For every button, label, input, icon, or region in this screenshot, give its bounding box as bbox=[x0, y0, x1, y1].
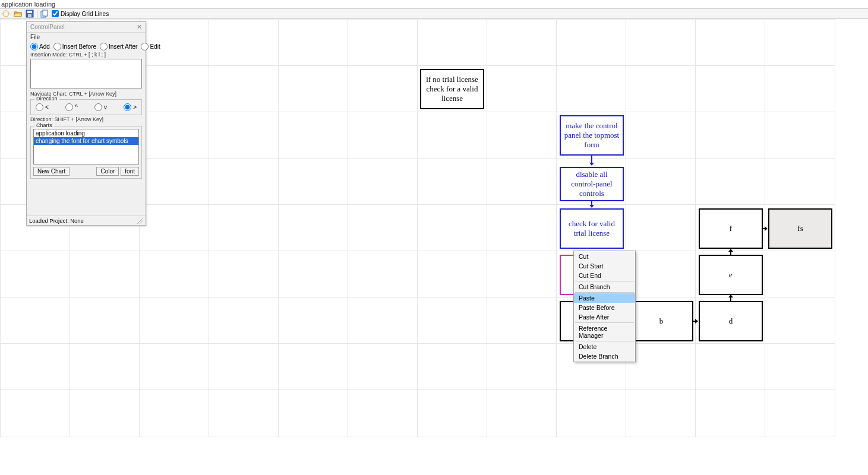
ctx-separator bbox=[575, 341, 634, 341]
control-panel-title: ControlPanel bbox=[30, 24, 65, 30]
radio-input[interactable] bbox=[30, 43, 38, 50]
context-menu: CutCut StartCut EndCut BranchPastePaste … bbox=[573, 251, 636, 362]
ctx-reference-manager[interactable]: Reference Manager bbox=[574, 324, 635, 340]
radio-input[interactable] bbox=[100, 43, 108, 50]
charts-list[interactable]: application loadingchanging the font for… bbox=[33, 129, 139, 164]
control-panel-window[interactable]: ControlPanel ✕ File Add Insert Before In… bbox=[26, 21, 146, 226]
control-panel-body: File Add Insert Before Insert After Edit… bbox=[27, 33, 146, 216]
charts-fieldset: Charts application loadingchanging the f… bbox=[30, 126, 142, 179]
copy-icon[interactable] bbox=[40, 9, 49, 18]
ctx-separator bbox=[575, 281, 634, 281]
node-check-trial[interactable]: check for valid trial license bbox=[560, 208, 624, 249]
grid-line bbox=[487, 19, 487, 437]
insert-mode-add[interactable]: Add bbox=[30, 43, 50, 50]
open-icon[interactable] bbox=[13, 9, 23, 18]
radio-input[interactable] bbox=[141, 43, 149, 50]
status-text: Loaded Project: None bbox=[29, 217, 84, 224]
grid-line bbox=[835, 19, 835, 437]
arrow bbox=[763, 228, 767, 229]
node-text-input[interactable] bbox=[30, 59, 142, 88]
svg-rect-5 bbox=[43, 10, 48, 16]
ctx-cut-branch[interactable]: Cut Branch bbox=[574, 282, 635, 292]
svg-rect-3 bbox=[28, 14, 31, 17]
insert-mode-insert-before[interactable]: Insert Before bbox=[53, 43, 96, 50]
node-trial-check-text[interactable]: if no trial license check for a valid li… bbox=[420, 69, 484, 109]
arrow bbox=[591, 201, 592, 207]
resize-grip-icon[interactable] bbox=[137, 218, 143, 224]
insert-mode-edit[interactable]: Edit bbox=[141, 43, 160, 50]
ctx-separator bbox=[575, 292, 634, 293]
window-title: application loading bbox=[0, 0, 868, 8]
grid-line bbox=[695, 19, 696, 437]
color-button[interactable]: Color bbox=[96, 167, 119, 176]
radio-input[interactable] bbox=[53, 43, 61, 50]
arrow bbox=[730, 295, 731, 301]
new-icon[interactable] bbox=[1, 9, 11, 18]
grid-line bbox=[209, 19, 209, 437]
ctx-cut-end[interactable]: Cut End bbox=[574, 271, 635, 280]
file-menu[interactable]: File bbox=[30, 34, 142, 40]
display-grid-checkbox[interactable]: Display Grid Lines bbox=[52, 10, 109, 17]
grid-line bbox=[626, 19, 626, 437]
ctx-cut-start[interactable]: Cut Start bbox=[574, 261, 635, 271]
ctx-delete-branch[interactable]: Delete Branch bbox=[574, 352, 635, 361]
direction-<[interactable]: < bbox=[36, 103, 49, 111]
insert-mode-insert-after[interactable]: Insert After bbox=[100, 43, 137, 50]
direction-hint: Direction: SHIFT + [Arrow Key] bbox=[30, 116, 142, 122]
direction-v[interactable]: v bbox=[94, 103, 107, 111]
svg-rect-2 bbox=[27, 11, 32, 13]
insertion-mode-hint: Insertion Mode: CTRL + [ ; k l ; ] bbox=[30, 52, 142, 58]
arrow bbox=[591, 156, 592, 165]
radio-input[interactable] bbox=[124, 103, 131, 111]
toolbar-separator bbox=[37, 10, 37, 18]
direction-fieldset: Direction < ^ v > bbox=[30, 99, 142, 115]
direction-^[interactable]: ^ bbox=[65, 103, 78, 111]
node-b[interactable]: b bbox=[629, 301, 693, 341]
grid-checkbox-label: Display Grid Lines bbox=[61, 11, 109, 17]
arrow bbox=[693, 321, 697, 322]
save-icon[interactable] bbox=[25, 9, 34, 18]
node-fs[interactable]: fs bbox=[768, 208, 832, 249]
control-panel-status: Loaded Project: None bbox=[27, 216, 146, 225]
node-f[interactable]: f bbox=[699, 208, 763, 249]
grid-checkbox-input[interactable] bbox=[52, 10, 59, 17]
direction->[interactable]: > bbox=[124, 103, 137, 111]
grid-line bbox=[348, 19, 348, 437]
font-button[interactable]: font bbox=[121, 167, 139, 176]
chart-list-item[interactable]: changing the font for chart symbols bbox=[34, 137, 138, 145]
ctx-paste-before[interactable]: Paste Before bbox=[574, 303, 635, 312]
grid-line bbox=[0, 19, 1, 437]
radio-input[interactable] bbox=[36, 103, 43, 111]
ctx-paste[interactable]: Paste bbox=[574, 293, 635, 303]
grid-line bbox=[417, 19, 418, 437]
new-chart-button[interactable]: New Chart bbox=[33, 167, 70, 176]
close-icon[interactable]: ✕ bbox=[135, 23, 143, 31]
arrow bbox=[730, 249, 731, 255]
insert-mode-group: Add Insert Before Insert After Edit bbox=[30, 43, 142, 50]
control-panel-titlebar[interactable]: ControlPanel ✕ bbox=[27, 22, 146, 33]
main-toolbar: Display Grid Lines bbox=[0, 8, 868, 19]
grid-line bbox=[278, 19, 279, 437]
chart-list-item[interactable]: application loading bbox=[34, 129, 138, 137]
ctx-delete[interactable]: Delete bbox=[574, 342, 635, 352]
charts-label: Charts bbox=[34, 122, 54, 128]
grid-line bbox=[556, 19, 557, 437]
node-d[interactable]: d bbox=[699, 301, 763, 341]
radio-input[interactable] bbox=[94, 103, 102, 111]
node-make-topmost[interactable]: make the control panel the topmost form bbox=[560, 115, 624, 156]
radio-input[interactable] bbox=[65, 103, 73, 111]
direction-label: Direction bbox=[34, 96, 59, 102]
ctx-separator bbox=[575, 322, 634, 323]
node-e[interactable]: e bbox=[699, 255, 763, 295]
ctx-paste-after[interactable]: Paste After bbox=[574, 312, 635, 322]
node-disable-controls[interactable]: disable all control-panel controls bbox=[560, 167, 624, 201]
direction-group: < ^ v > bbox=[34, 103, 138, 111]
ctx-cut[interactable]: Cut bbox=[574, 252, 635, 261]
